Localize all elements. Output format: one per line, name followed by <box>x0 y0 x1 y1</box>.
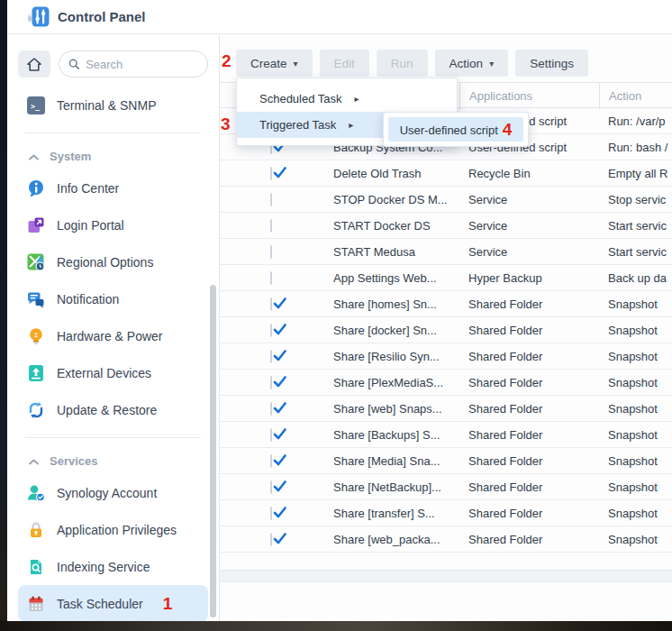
titlebar: Control Panel <box>7 0 672 34</box>
enabled-cell <box>220 428 333 442</box>
task-name-cell: Share [docker] Sn... <box>333 324 459 337</box>
action-button[interactable]: Action▾ <box>435 50 509 77</box>
table-row[interactable]: START MedusaServiceStart servic <box>220 239 672 265</box>
table-row[interactable]: Share [Backups] S...Shared FolderSnapsho… <box>220 422 672 448</box>
globe-clock-icon <box>27 253 45 271</box>
table-row[interactable]: START Docker DSServiceStart servic <box>220 213 672 239</box>
application-cell: Shared Folder <box>459 402 599 416</box>
table-row[interactable]: Share [Resilio Syn...Shared FolderSnapsh… <box>220 343 672 370</box>
calendar-icon <box>27 595 45 613</box>
enabled-cell <box>220 350 333 363</box>
sidebar-section-system[interactable]: System <box>18 142 208 169</box>
table-row[interactable]: Share [web] Snaps...Shared FolderSnapsho… <box>220 396 672 422</box>
document-search-icon <box>27 558 45 576</box>
run-button: Run <box>377 50 428 77</box>
search-input[interactable] <box>86 58 198 71</box>
empty-row <box>220 553 672 571</box>
sidebar-scrollbar[interactable] <box>210 285 216 617</box>
sidebar-item-task-scheduler[interactable]: Task Scheduler1 <box>18 585 208 621</box>
action-cell: Snapshot <box>599 454 672 468</box>
table-row[interactable]: STOP Docker DS M...ServiceStop servic <box>220 187 672 213</box>
table-row[interactable]: Share [transfer] S...Shared FolderSnapsh… <box>220 500 672 526</box>
sidebar-item-label: Terminal & SNMP <box>57 98 156 113</box>
enabled-cell <box>220 193 333 206</box>
action-cell: Snapshot <box>599 350 672 363</box>
enabled-cell <box>220 324 333 337</box>
table-row[interactable]: Share [Media] Sna...Shared FolderSnapsho… <box>220 448 672 474</box>
create-button[interactable]: Create▾ <box>236 50 313 77</box>
checkbox-checked <box>270 376 272 389</box>
home-button[interactable] <box>18 50 50 78</box>
sidebar-item-login-portal[interactable]: Login Portal <box>18 206 208 243</box>
annotation-3: 3 <box>221 114 231 134</box>
table-row[interactable]: Share [PlexMediaS...Shared FolderSnapsho… <box>220 370 672 396</box>
table-row[interactable]: Delete Old TrashRecycle BinEmpty all R <box>220 160 672 187</box>
checkbox-unchecked <box>270 219 272 233</box>
sidebar-item-update-restore[interactable]: Update & Restore <box>18 391 208 428</box>
external-device-icon <box>27 364 45 382</box>
menu-item-scheduled-task[interactable]: Scheduled Task▸ <box>237 86 457 112</box>
sidebar-item-indexing-service[interactable]: Indexing Service <box>18 548 208 585</box>
menu-item-user-defined-script[interactable]: User-defined script4 <box>388 117 523 142</box>
desktop-wallpaper <box>0 620 672 631</box>
application-cell: Shared Folder <box>459 533 599 546</box>
lightbulb-icon: 1 <box>27 327 45 345</box>
sidebar-item-info-center[interactable]: Info Center <box>18 169 208 206</box>
action-cell: Start servic <box>599 219 672 233</box>
action-cell: Start servic <box>599 245 672 259</box>
sidebar-section-services[interactable]: Services <box>18 447 208 474</box>
button-label: Edit <box>334 57 355 70</box>
action-cell: Run: bash / <box>599 141 672 154</box>
column-header-applications: Applications <box>459 83 599 109</box>
application-cell: Service <box>459 245 599 259</box>
action-cell: Snapshot <box>599 297 672 311</box>
enabled-cell <box>220 297 333 311</box>
triggered-task-submenu: User-defined script4 <box>383 112 529 147</box>
control-panel-window: Control Panel >_Terminal & SNMPSystemI <box>7 0 672 621</box>
sidebar-item-synology-account[interactable]: Synology Account <box>18 474 208 511</box>
sidebar-item-notification[interactable]: Notification <box>18 280 208 317</box>
sidebar-item-terminal-snmp[interactable]: >_Terminal & SNMP <box>18 87 208 123</box>
enabled-cell <box>220 271 333 285</box>
checkbox-unchecked <box>270 193 272 206</box>
application-cell: Service <box>459 219 599 233</box>
task-name-cell: Share [NetBackup]... <box>333 480 459 494</box>
sidebar-item-label: Task Scheduler <box>57 597 143 611</box>
sidebar-item-label: External Devices <box>57 366 151 380</box>
application-cell: Hyper Backup <box>459 271 599 285</box>
application-cell: Recycle Bin <box>459 167 599 180</box>
sidebar-item-external-devices[interactable]: External Devices <box>18 354 208 391</box>
button-label: Run <box>391 57 413 70</box>
chevron-up-icon <box>29 148 39 164</box>
horizontal-scrollbar[interactable] <box>220 571 672 582</box>
task-name-cell: Share [PlexMediaS... <box>333 376 459 389</box>
enabled-cell <box>220 507 333 520</box>
sidebar-item-label: Info Center <box>57 181 119 196</box>
sidebar-item-regional-options[interactable]: Regional Options <box>18 243 208 280</box>
action-cell: Empty all R <box>599 167 672 180</box>
menu-item-label: Scheduled Task <box>259 92 342 105</box>
sidebar-item-label: Application Privileges <box>57 523 177 537</box>
sidebar-item-label: Login Portal <box>57 218 124 233</box>
table-row[interactable]: App Settings Web...Hyper BackupBack up d… <box>220 265 672 291</box>
table-row[interactable]: Share [web_packa...Shared FolderSnapshot <box>220 526 672 553</box>
table-row[interactable]: Share [docker] Sn...Shared FolderSnapsho… <box>220 317 672 343</box>
search-icon <box>68 58 79 70</box>
sidebar-item-application-privileges[interactable]: Application Privileges <box>18 511 208 548</box>
table-row[interactable]: Share [homes] Sn...Shared FolderSnapshot <box>220 291 672 317</box>
sidebar-item-label: Regional Options <box>57 255 153 270</box>
search-box[interactable] <box>59 50 208 78</box>
application-cell: Shared Folder <box>459 507 599 520</box>
application-cell: Shared Folder <box>459 376 599 389</box>
enabled-cell <box>220 219 333 233</box>
task-name-cell: Share [web] Snaps... <box>333 402 459 416</box>
settings-button[interactable]: Settings <box>515 50 588 77</box>
enabled-cell <box>220 167 333 180</box>
menu-item-label: Triggered Task <box>259 118 336 132</box>
sidebar-item-hardware-power[interactable]: 1Hardware & Power <box>18 317 208 354</box>
table-row[interactable]: Share [NetBackup]...Shared FolderSnapsho… <box>220 474 672 500</box>
sidebar-item-label: Synology Account <box>57 486 157 500</box>
sidebar-item-label: Update & Restore <box>57 403 157 417</box>
application-cell: Service <box>459 193 599 206</box>
control-panel-icon <box>27 5 50 28</box>
